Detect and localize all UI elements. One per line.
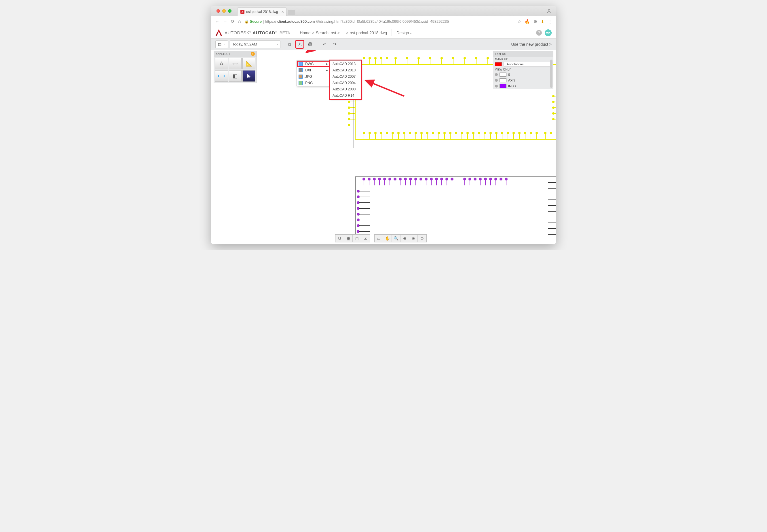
tool-ruler[interactable]: 📐 <box>242 58 255 69</box>
svg-point-74 <box>421 132 422 134</box>
tool-eraser[interactable]: ◧ <box>229 70 242 82</box>
svg-point-126 <box>553 113 554 114</box>
tab-title: osi-podval-2018.dwg <box>246 10 278 14</box>
back-icon[interactable]: ← <box>215 19 219 24</box>
layer-info[interactable]: INFO <box>508 84 516 88</box>
dwg-2013[interactable]: AutoCAD 2013 <box>330 61 361 67</box>
browser-tab[interactable]: A osi-podval-2018.dwg × <box>237 7 286 16</box>
snap-button[interactable]: ∠ <box>361 235 370 242</box>
layer-swatch[interactable] <box>495 62 502 66</box>
svg-point-178 <box>484 178 487 180</box>
layer-swatch <box>500 73 506 77</box>
extents-button[interactable]: ▭ <box>375 235 383 242</box>
svg-point-197 <box>357 219 359 221</box>
svg-point-34 <box>487 57 489 59</box>
download-button[interactable] <box>295 40 304 48</box>
svg-line-223 <box>306 50 324 52</box>
window-minimize[interactable] <box>222 9 226 13</box>
layer-annotations[interactable]: _Annotations <box>504 62 551 67</box>
address-bar[interactable]: 🔒 Secure | https://client.autocad360.com… <box>244 19 514 24</box>
dwg-2004[interactable]: AutoCAD 2004 <box>330 80 361 86</box>
ortho-button[interactable]: ◻ <box>353 235 361 242</box>
mode-dropdown[interactable]: Design ▾ <box>396 31 411 35</box>
png-icon <box>299 81 303 85</box>
svg-point-64 <box>392 132 394 134</box>
zoom-window-button[interactable]: 🔍 <box>392 235 400 242</box>
undo-button[interactable]: ↶ <box>320 40 329 48</box>
svg-point-142 <box>383 178 386 180</box>
visibility-toggle[interactable] <box>495 79 498 82</box>
menu-icon[interactable]: ⋮ <box>548 19 552 24</box>
export-dwg[interactable]: .DWG ▶ <box>297 61 330 67</box>
view-dropdown[interactable]: ▤▾ <box>215 40 228 48</box>
export-menu: .DWG ▶ .DXF ▶ .JPG .PNG <box>297 60 330 86</box>
grid-button[interactable]: ▦ <box>344 235 353 242</box>
svg-point-140 <box>378 178 381 180</box>
window-close[interactable] <box>217 9 220 13</box>
export-jpg[interactable]: .JPG <box>297 73 330 80</box>
annotate-panel: ANNOTATE ! A ⟷ 📐 ⟷ ◧ <box>214 51 257 83</box>
favicon-icon: A <box>240 10 244 14</box>
tool-dimension[interactable]: ⟷ <box>229 58 242 69</box>
close-tab-icon[interactable]: × <box>282 9 284 14</box>
svg-point-104 <box>507 132 509 134</box>
svg-point-92 <box>472 132 474 134</box>
warning-icon[interactable]: ! <box>251 52 255 56</box>
visibility-toggle[interactable] <box>495 85 498 88</box>
download-icon[interactable]: ⬇ <box>541 19 544 24</box>
svg-point-90 <box>467 132 468 134</box>
avatar[interactable]: MK <box>545 29 552 36</box>
profile-icon[interactable] <box>546 9 552 15</box>
svg-point-176 <box>479 178 481 180</box>
home-icon[interactable]: ⌂ <box>238 19 241 24</box>
version-dropdown[interactable]: Today, 9:52AM▾ <box>230 40 280 48</box>
ext-icon-1[interactable]: 🔥 <box>525 19 530 24</box>
dwg-icon <box>299 62 303 66</box>
layer-0[interactable]: 0 <box>508 73 510 76</box>
export-dxf[interactable]: .DXF ▶ <box>297 67 330 73</box>
ucs-button[interactable]: U <box>335 235 344 242</box>
help-icon[interactable]: ? <box>536 30 542 36</box>
lock-icon: 🔒 <box>244 20 249 24</box>
dwg-r14[interactable]: AutoCAD R14 <box>330 92 361 99</box>
tool-pointer[interactable] <box>242 70 255 82</box>
svg-point-8 <box>363 57 365 59</box>
svg-point-78 <box>432 132 434 134</box>
scrollbar[interactable] <box>550 60 553 88</box>
export-png[interactable]: .PNG <box>297 80 330 86</box>
redo-button[interactable]: ↷ <box>331 40 339 48</box>
reload-icon[interactable]: ⟳ <box>231 19 235 24</box>
svg-point-108 <box>519 132 520 134</box>
snap-toolbar: U ▦ ◻ ∠ <box>335 234 370 242</box>
svg-point-60 <box>380 132 382 134</box>
svg-point-186 <box>505 178 507 180</box>
markup-header: MARK UP <box>493 57 553 61</box>
window-maximize[interactable] <box>228 9 231 13</box>
tool-measure[interactable]: ⟷ <box>215 70 228 82</box>
svg-point-193 <box>357 207 359 210</box>
pan-button[interactable]: ✋ <box>383 235 392 242</box>
dwg-2000[interactable]: AutoCAD 2000 <box>330 86 361 92</box>
print-button[interactable] <box>306 40 314 48</box>
star-icon[interactable]: ☆ <box>517 19 521 24</box>
svg-point-84 <box>449 132 451 134</box>
visibility-toggle[interactable] <box>495 73 498 76</box>
layer-axis[interactable]: AXIS <box>508 79 515 82</box>
copy-button[interactable]: ⧉ <box>285 40 294 48</box>
new-tab-button[interactable] <box>288 10 295 15</box>
zoom-fit-button[interactable]: ⊙ <box>418 235 426 242</box>
layers-title: LAYERS <box>495 52 506 56</box>
svg-point-66 <box>398 132 399 134</box>
svg-point-118 <box>550 132 552 134</box>
svg-point-44 <box>348 101 350 103</box>
breadcrumb[interactable]: Home>Search: osi>...>osi-podval-2018.dwg <box>300 31 387 35</box>
tool-text[interactable]: A <box>215 58 228 69</box>
dwg-2010[interactable]: AutoCAD 2010 <box>330 67 361 73</box>
zoom-in-button[interactable]: ⊕ <box>400 235 409 242</box>
zoom-out-button[interactable]: ⊖ <box>409 235 418 242</box>
new-product-link[interactable]: Use the new product > <box>511 42 552 47</box>
forward-icon[interactable]: → <box>223 19 227 24</box>
jpg-icon <box>299 75 303 79</box>
ext-icon-2[interactable]: ⚙ <box>534 19 537 24</box>
dwg-2007[interactable]: AutoCAD 2007 <box>330 73 361 80</box>
